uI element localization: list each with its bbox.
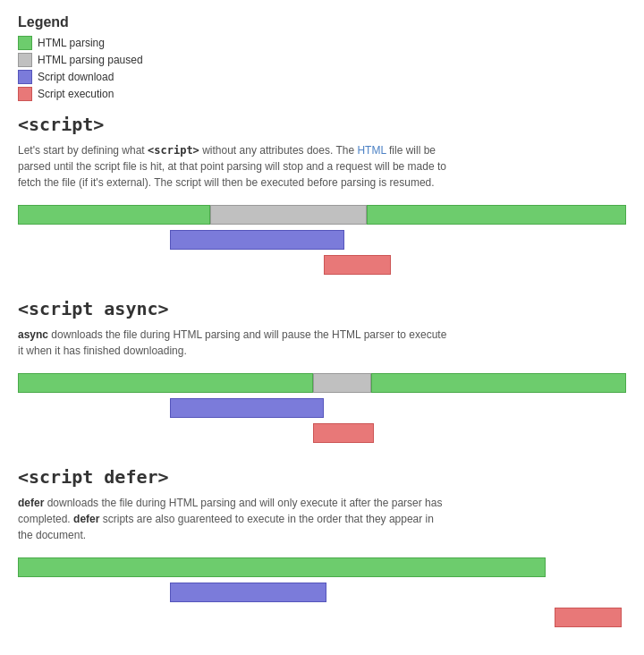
bar-html-pause	[210, 205, 367, 225]
bar-async-script-download	[170, 398, 324, 418]
timeline-async-row2	[18, 396, 626, 420]
legend-color-html-parsing-paused	[18, 53, 32, 67]
section-script-async: <script async> async downloads the file …	[18, 298, 626, 445]
legend-item-html-parsing: HTML parsing	[18, 36, 626, 50]
section-script: <script> Let's start by defining what <s…	[18, 114, 626, 276]
legend-item-script-execution: Script execution	[18, 87, 626, 101]
section-script-defer-desc: defer downloads the file during HTML par…	[18, 495, 447, 543]
legend-item-script-download: Script download	[18, 70, 626, 84]
timeline-async-row1	[18, 371, 626, 395]
section-script-defer-heading: <script defer>	[18, 466, 626, 488]
legend-section: Legend HTML parsing HTML parsing paused …	[18, 14, 626, 101]
timeline-script-defer	[18, 556, 626, 629]
bar-async-html-pause	[313, 373, 371, 393]
bar-defer-html-parse	[18, 557, 546, 577]
legend-label-script-execution: Script execution	[38, 88, 114, 100]
timeline-script-row1	[18, 203, 626, 226]
defer-keyword-2: defer	[73, 513, 99, 525]
bar-script-execute	[324, 255, 391, 275]
defer-keyword-1: defer	[18, 497, 44, 509]
bar-html-parse-post	[367, 205, 626, 225]
legend-items: HTML parsing HTML parsing paused Script …	[18, 36, 626, 101]
section-script-heading: <script>	[18, 114, 626, 135]
bar-html-parse-pre	[18, 205, 210, 225]
timeline-async-row3	[18, 421, 626, 445]
bar-script-download	[170, 230, 344, 250]
legend-label-html-parsing: HTML parsing	[38, 37, 105, 49]
section-script-async-heading: <script async>	[18, 298, 626, 319]
legend-color-html-parsing	[18, 36, 32, 50]
bar-async-script-execute	[313, 423, 374, 443]
html-link: HTML	[357, 144, 386, 157]
section-script-desc: Let's start by defining what <script> wi…	[18, 142, 447, 191]
timeline-script-row2	[18, 228, 626, 251]
legend-color-script-download	[18, 70, 32, 84]
legend-label-script-download: Script download	[38, 71, 114, 83]
legend-title: Legend	[18, 14, 626, 30]
legend-color-script-execution	[18, 87, 32, 101]
bar-async-html-parse-pre	[18, 373, 313, 393]
inline-code-script: <script>	[148, 144, 199, 157]
bar-defer-script-download	[170, 583, 326, 602]
timeline-defer-row3	[18, 606, 626, 629]
timeline-defer-row1	[18, 556, 626, 579]
legend-label-html-parsing-paused: HTML parsing paused	[38, 54, 143, 66]
timeline-script-async	[18, 371, 626, 445]
timeline-script	[18, 203, 626, 276]
async-keyword: async	[18, 328, 48, 341]
bar-defer-script-execute	[555, 608, 622, 627]
timeline-defer-row2	[18, 581, 626, 604]
section-script-async-desc: async downloads the file during HTML par…	[18, 327, 447, 359]
bar-async-html-parse-post	[371, 373, 626, 393]
section-script-defer: <script defer> defer downloads the file …	[18, 466, 626, 629]
timeline-script-row3	[18, 253, 626, 276]
legend-item-html-parsing-paused: HTML parsing paused	[18, 53, 626, 67]
